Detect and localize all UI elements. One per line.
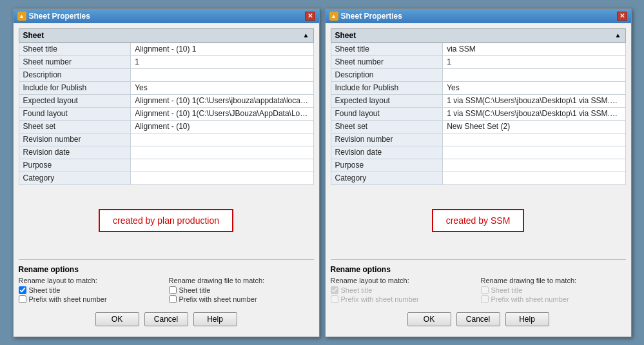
property-value <box>131 172 313 184</box>
property-value: Alignment - (10) 1 <box>131 43 313 55</box>
property-value: Yes <box>131 81 313 94</box>
rename-columns-left: Rename layout to match: Sheet title Pref… <box>19 277 314 304</box>
property-value: 1 <box>131 55 313 68</box>
checkbox-prefix-drawing-label-right: Prefix with sheet number <box>491 295 569 303</box>
table-row: Expected layoutAlignment - (10) 1(C:\Use… <box>19 94 313 107</box>
property-key: Purpose <box>331 159 443 172</box>
rename-col-layout-right: Rename layout to match: Sheet title Pref… <box>331 277 476 304</box>
section-label-right: Sheet <box>335 31 356 40</box>
dialog-left: ▲ Sheet Properties ✕ Sheet ▲ Sheet title… <box>13 8 320 337</box>
property-key: Category <box>331 172 443 184</box>
dialog-buttons-left: OK Cancel Help <box>19 308 314 331</box>
table-row: Sheet titleAlignment - (10) 1 <box>19 43 313 55</box>
property-key: Description <box>331 68 443 81</box>
property-key: Revision date <box>19 146 131 159</box>
rename-options-title-left: Rename options <box>19 265 314 274</box>
checkbox-sheet-title-drawing-label-left: Sheet title <box>179 286 211 294</box>
section-arrow-right: ▲ <box>615 32 621 39</box>
section-label-left: Sheet <box>23 31 44 40</box>
checkbox-prefix-drawing-right <box>481 295 489 303</box>
property-key: Sheet number <box>331 55 443 68</box>
property-value <box>131 68 313 81</box>
property-value: 1 <box>443 55 625 68</box>
property-value <box>131 146 313 159</box>
checkbox-prefix-drawing-label-left: Prefix with sheet number <box>179 295 257 303</box>
dialog-body-right: Sheet ▲ Sheet titlevia SSMSheet number1D… <box>326 23 631 337</box>
checkbox-row-7: Sheet title <box>481 286 626 294</box>
table-row: Purpose <box>19 159 313 172</box>
section-arrow-left: ▲ <box>303 32 309 39</box>
dialog-body-left: Sheet ▲ Sheet titleAlignment - (10) 1She… <box>14 23 319 337</box>
rename-col-drawing-right: Rename drawing file to match: Sheet titl… <box>481 277 626 304</box>
property-value <box>131 133 313 146</box>
rename-layout-label-left: Rename layout to match: <box>19 277 164 284</box>
checkbox-prefix-left[interactable] <box>19 295 26 303</box>
property-key: Sheet number <box>19 55 131 68</box>
table-row: Found layoutAlignment - (10) 1(C:\Users\… <box>19 107 313 120</box>
help-button-right[interactable]: Help <box>505 312 549 326</box>
ok-button-right[interactable]: OK <box>407 312 451 326</box>
table-row: Revision date <box>331 146 625 159</box>
separator-right <box>331 259 626 260</box>
checkbox-row-2: Prefix with sheet number <box>19 295 164 303</box>
close-button-left[interactable]: ✕ <box>305 12 315 21</box>
property-key: Purpose <box>19 159 131 172</box>
property-key: Description <box>19 68 131 81</box>
table-row: Revision number <box>331 133 625 146</box>
dialog-title-right: Sheet Properties <box>341 12 402 21</box>
table-row: Purpose <box>331 159 625 172</box>
rename-drawing-label-left: Rename drawing file to match: <box>169 277 314 284</box>
checkbox-sheet-title-right <box>331 286 338 294</box>
checkbox-sheet-title-label-right: Sheet title <box>341 286 373 294</box>
property-value: Alignment - (10) 1(C:\Users\jbouza\appda… <box>131 94 313 107</box>
app-icon-right: ▲ <box>329 12 338 21</box>
property-value: via SSM <box>443 43 625 55</box>
table-row: Revision number <box>19 133 313 146</box>
created-by-wrapper-left: created by plan production <box>19 185 314 257</box>
checkbox-row-3: Sheet title <box>169 286 314 294</box>
cancel-button-right[interactable]: Cancel <box>456 312 500 326</box>
checkbox-sheet-title-left[interactable] <box>19 286 26 294</box>
property-key: Include for Publish <box>19 81 131 94</box>
checkbox-prefix-right <box>331 295 338 303</box>
property-key: Revision number <box>19 133 131 146</box>
property-key: Found layout <box>19 107 131 120</box>
property-value: Alignment - (10) <box>131 120 313 133</box>
table-row: Include for PublishYes <box>331 81 625 94</box>
ok-button-left[interactable]: OK <box>95 312 139 326</box>
property-key: Sheet title <box>19 43 131 55</box>
property-key: Sheet title <box>331 43 443 55</box>
checkbox-row-8: Prefix with sheet number <box>481 295 626 303</box>
cancel-button-left[interactable]: Cancel <box>144 312 188 326</box>
rename-col-layout-left: Rename layout to match: Sheet title Pref… <box>19 277 164 304</box>
table-row: Found layout1 via SSM(C:\Users\jbouza\De… <box>331 107 625 120</box>
property-key: Include for Publish <box>331 81 443 94</box>
created-by-box-right: created by SSM <box>432 209 525 232</box>
property-value <box>131 159 313 172</box>
table-row: Include for PublishYes <box>19 81 313 94</box>
checkbox-sheet-title-drawing-right <box>481 286 489 294</box>
help-button-left[interactable]: Help <box>193 312 237 326</box>
checkbox-prefix-drawing-left[interactable] <box>169 295 177 303</box>
table-row: Sheet setAlignment - (10) <box>19 120 313 133</box>
rename-section-right: Rename options Rename layout to match: S… <box>331 262 626 308</box>
checkbox-sheet-title-drawing-label-right: Sheet title <box>491 286 523 294</box>
table-row: Sheet number1 <box>19 55 313 68</box>
checkbox-row-1: Sheet title <box>19 286 164 294</box>
table-row: Category <box>19 172 313 184</box>
property-key: Expected layout <box>331 94 443 107</box>
rename-drawing-label-right: Rename drawing file to match: <box>481 277 626 284</box>
section-header-left: Sheet ▲ <box>19 28 314 43</box>
checkbox-row-4: Prefix with sheet number <box>169 295 314 303</box>
title-bar-left: ▲ Sheet Properties ✕ <box>14 9 319 23</box>
checkbox-prefix-label-left: Prefix with sheet number <box>29 295 107 303</box>
property-value: New Sheet Set (2) <box>443 120 625 133</box>
rename-layout-label-right: Rename layout to match: <box>331 277 476 284</box>
checkbox-sheet-title-drawing-left[interactable] <box>169 286 177 294</box>
created-by-wrapper-right: created by SSM <box>331 185 626 257</box>
property-value: Yes <box>443 81 625 94</box>
property-key: Found layout <box>331 107 443 120</box>
properties-table-left: Sheet titleAlignment - (10) 1Sheet numbe… <box>19 43 314 185</box>
dialog-right: ▲ Sheet Properties ✕ Sheet ▲ Sheet title… <box>325 8 632 337</box>
close-button-right[interactable]: ✕ <box>617 12 627 21</box>
